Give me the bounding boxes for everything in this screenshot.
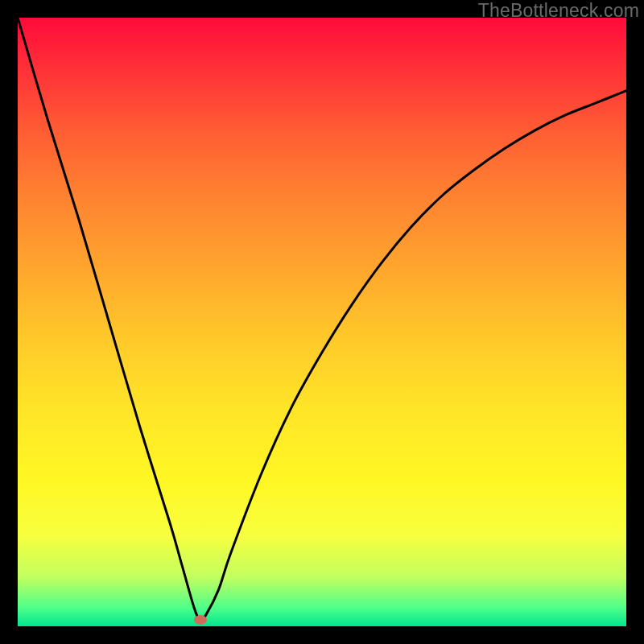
bottleneck-curve <box>18 18 626 626</box>
watermark-text: TheBottleneck.com <box>478 0 639 22</box>
optimal-point-marker <box>194 615 207 625</box>
chart-plot-area <box>18 18 626 626</box>
